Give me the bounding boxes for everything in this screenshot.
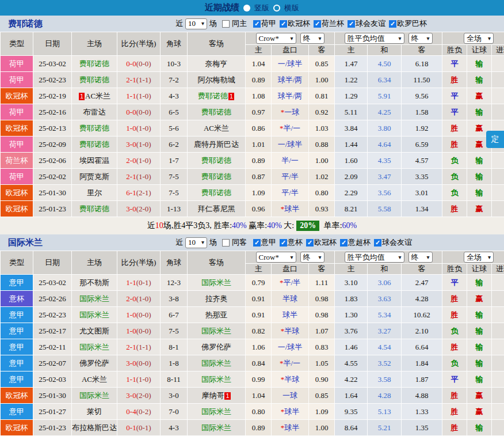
league-checkbox[interactable]: ✓ bbox=[340, 239, 348, 247]
away-team-name[interactable]: 国际米兰 bbox=[201, 407, 231, 416]
home-team-name[interactable]: 国际米兰 bbox=[79, 294, 109, 303]
home-team-name[interactable]: 里尔 bbox=[87, 188, 102, 197]
odds-company-select[interactable]: Crow*▾ bbox=[256, 33, 296, 44]
home-team-name[interactable]: 费耶诺德 bbox=[79, 204, 109, 213]
handicap-value: 球半/两 bbox=[278, 75, 303, 84]
radio-vertical-label[interactable]: 竖版 bbox=[254, 3, 269, 13]
league-filter[interactable]: ✓荷兰杯 bbox=[314, 18, 344, 29]
match-row: 意杯25-02-26国际米兰2-0(1-0)3-8拉齐奥0.91半球0.981.… bbox=[1, 291, 504, 306]
league-checkbox[interactable]: ✓ bbox=[389, 20, 396, 28]
league-checkbox[interactable]: ✓ bbox=[253, 239, 261, 247]
away-team-name[interactable]: 国际米兰 bbox=[201, 327, 231, 335]
league-filter[interactable]: ✓荷甲 bbox=[253, 18, 276, 29]
home-team-name[interactable]: 国际米兰 bbox=[79, 391, 109, 400]
odds-time-select[interactable]: 终▾ bbox=[300, 252, 324, 263]
handicap-cell: 一/球半 bbox=[272, 339, 308, 355]
league-filter[interactable]: ✓欧冠杯 bbox=[280, 18, 310, 29]
league-filter[interactable]: ✓欧罗巴杯 bbox=[389, 18, 427, 29]
league-checkbox[interactable]: ✓ bbox=[253, 20, 261, 28]
league-filter[interactable]: ✓意超杯 bbox=[340, 237, 371, 248]
match-count-select[interactable]: 10▾ bbox=[185, 18, 207, 29]
away-team-name[interactable]: 鹿特丹斯巴达 bbox=[194, 140, 239, 149]
home-team-name[interactable]: 阿贾克斯 bbox=[79, 172, 109, 181]
away-team-name[interactable]: 费耶诺德 bbox=[201, 108, 231, 116]
league-cell: 欧冠杯 bbox=[1, 201, 33, 217]
away-team-name[interactable]: 国际米兰 bbox=[201, 278, 231, 287]
mean-type-select[interactable]: 胜平负均值▾ bbox=[345, 252, 404, 263]
odds-time-select[interactable]: 终▾ bbox=[300, 33, 324, 44]
odds-home-cell: 1.08 bbox=[246, 88, 271, 104]
away-team-name[interactable]: 阿尔梅勒城 bbox=[198, 75, 235, 84]
odds-home-cell: 0.89 bbox=[246, 153, 271, 168]
scope-select[interactable]: 全场▾ bbox=[464, 252, 494, 263]
league-filter[interactable]: ✓意甲 bbox=[253, 237, 276, 248]
odds-away-cell: 1.00 bbox=[309, 420, 334, 435]
match-count-select[interactable]: 10▾ bbox=[185, 237, 207, 248]
away-team-name[interactable]: 国际米兰 bbox=[201, 375, 231, 384]
away-team-name[interactable]: 拉齐奥 bbox=[205, 294, 228, 303]
league-checkbox[interactable]: ✓ bbox=[280, 239, 287, 247]
mean-home-cell: 8.21 bbox=[335, 201, 367, 217]
home-team-name[interactable]: 尤文图斯 bbox=[79, 327, 109, 335]
home-team-name[interactable]: 费耶诺德 bbox=[79, 140, 109, 149]
league-filter-label: 荷兰杯 bbox=[322, 18, 344, 29]
away-team-name[interactable]: 费耶诺德 bbox=[201, 172, 231, 181]
away-team-name[interactable]: 费耶诺德 bbox=[201, 188, 231, 197]
home-team-name[interactable]: 埃因霍温 bbox=[79, 156, 109, 165]
score-cell: 1-1(0-1) bbox=[117, 275, 160, 290]
league-filter[interactable]: ✓意杯 bbox=[280, 237, 303, 248]
home-team-name[interactable]: 费耶诺德 bbox=[79, 75, 109, 84]
league-checkbox[interactable]: ✓ bbox=[306, 239, 314, 247]
radio-vertical-layout[interactable] bbox=[243, 5, 250, 12]
radio-horizontal-label[interactable]: 横版 bbox=[284, 3, 299, 13]
home-team-name[interactable]: 国际米兰 bbox=[79, 310, 109, 319]
mean-time-select[interactable]: 终▾ bbox=[408, 33, 433, 44]
home-team-name[interactable]: AC米兰 bbox=[82, 375, 107, 384]
home-team-name[interactable]: 佛罗伦萨 bbox=[79, 359, 109, 367]
league-checkbox[interactable]: ✓ bbox=[374, 239, 381, 247]
mean-home-cell: 3.84 bbox=[335, 120, 367, 136]
away-team-name[interactable]: AC米兰 bbox=[204, 124, 229, 132]
league-checkbox[interactable]: ✓ bbox=[348, 20, 355, 28]
home-team-name[interactable]: 莱切 bbox=[87, 407, 102, 416]
handicap-cell: 一/球半 bbox=[272, 137, 308, 152]
mean-time-select[interactable]: 终▾ bbox=[408, 252, 433, 263]
away-team-cell: 佛罗伦萨 bbox=[188, 339, 245, 355]
away-team-name[interactable]: 摩纳哥 bbox=[201, 391, 224, 400]
corners-cell: 7-0 bbox=[161, 404, 187, 419]
league-checkbox[interactable]: ✓ bbox=[280, 20, 287, 28]
fulltime-score: 1-1 bbox=[126, 92, 136, 100]
away-team-name[interactable]: 国际米兰 bbox=[201, 359, 231, 367]
same-venue-checkbox[interactable] bbox=[222, 20, 230, 28]
odds-company-select[interactable]: Crow*▾ bbox=[256, 252, 296, 263]
home-team-name[interactable]: AC米兰 bbox=[85, 92, 110, 100]
away-team-name[interactable]: 奈梅亨 bbox=[205, 59, 228, 68]
league-filter[interactable]: ✓球会友谊 bbox=[374, 237, 412, 248]
away-team-name[interactable]: 费耶诺德 bbox=[198, 92, 228, 100]
away-team-name[interactable]: 佛罗伦萨 bbox=[201, 343, 231, 351]
league-checkbox[interactable]: ✓ bbox=[314, 20, 321, 28]
home-team-name[interactable]: 布拉格斯巴达 bbox=[72, 423, 117, 432]
home-team-name[interactable]: 布雷达 bbox=[83, 108, 106, 116]
away-team-name[interactable]: 国际米兰 bbox=[201, 423, 231, 432]
mean-type-select[interactable]: 胜平负均值▾ bbox=[345, 33, 404, 44]
home-team-name[interactable]: 那不勒斯 bbox=[79, 278, 109, 287]
away-team-name[interactable]: 拜仁慕尼黑 bbox=[198, 204, 235, 213]
league-filter[interactable]: ✓球会友谊 bbox=[348, 18, 385, 29]
same-venue-filter[interactable]: 同主 bbox=[222, 18, 247, 29]
home-team-cell: 莱切 bbox=[72, 404, 117, 419]
same-venue-checkbox[interactable] bbox=[222, 239, 230, 247]
home-team-name[interactable]: 国际米兰 bbox=[79, 343, 109, 351]
league-filter[interactable]: ✓欧冠杯 bbox=[306, 237, 337, 248]
away-team-name[interactable]: 费耶诺德 bbox=[201, 156, 231, 165]
scope-select[interactable]: 全场▾ bbox=[464, 33, 494, 44]
same-venue-filter[interactable]: 同客 bbox=[222, 237, 247, 248]
result-cell: 胜 bbox=[442, 72, 467, 88]
radio-horizontal-layout[interactable] bbox=[273, 5, 280, 12]
away-team-name[interactable]: 热那亚 bbox=[205, 310, 228, 319]
home-team-cell: 费耶诺德 bbox=[72, 120, 117, 136]
mean-home-cell: 1.46 bbox=[335, 339, 367, 355]
home-team-name[interactable]: 费耶诺德 bbox=[79, 124, 109, 132]
home-team-name[interactable]: 费耶诺德 bbox=[79, 59, 109, 68]
customize-side-tab[interactable]: 定 bbox=[486, 131, 504, 148]
